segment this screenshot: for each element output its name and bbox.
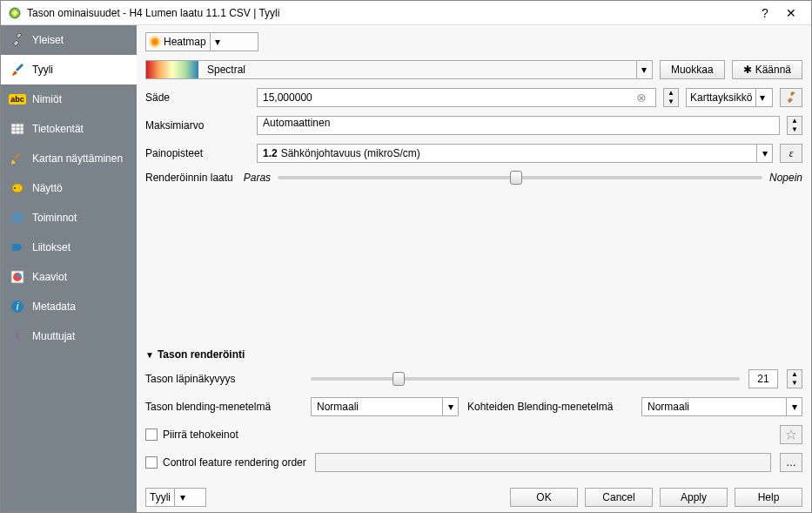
heatmap-icon: [150, 37, 160, 47]
svg-text:ε: ε: [15, 330, 20, 342]
invert-icon: ✱: [743, 64, 752, 76]
app-icon: [8, 6, 22, 20]
control-order-button[interactable]: …: [780, 453, 802, 472]
gear-icon: [10, 210, 25, 226]
display-icon: [10, 180, 25, 196]
sidebar-item-label: Kaaviot: [32, 271, 67, 283]
chevron-down-icon: ▾: [210, 33, 225, 51]
sidebar-item-fields[interactable]: Tietokentät: [1, 114, 137, 144]
weight-field-combo[interactable]: 1.2 Sähkönjohtavuus (mikroS/cm) ▾: [257, 144, 773, 163]
sidebar-item-label: Nimiöt: [32, 93, 62, 105]
triangle-down-icon: [145, 348, 154, 361]
sidebar-item-actions[interactable]: Toiminnot: [1, 203, 137, 233]
maximum-input[interactable]: Automaattinen: [257, 116, 780, 135]
sidebar-item-style[interactable]: Tyyli: [1, 55, 137, 84]
svg-rect-1: [11, 124, 23, 134]
quality-label: Renderöinnin laatu: [145, 172, 233, 184]
cancel-button[interactable]: Cancel: [585, 488, 653, 507]
sidebar-item-rendering[interactable]: Kartan näyttäminen: [1, 144, 137, 173]
effects-settings-button[interactable]: [780, 425, 802, 444]
edit-ramp-button[interactable]: Muokkaa: [660, 60, 725, 79]
main-panel: Heatmap ▾ Spectral ▾ Muokkaa ✱Käännä Säd…: [137, 25, 811, 512]
control-order-checkbox[interactable]: Control feature rendering order: [145, 456, 306, 469]
layer-blend-combo[interactable]: Normaali ▾: [311, 397, 459, 416]
sidebar-item-joins[interactable]: Liitokset: [1, 233, 137, 262]
abc-icon: abc: [10, 91, 25, 107]
help-button[interactable]: Help: [735, 488, 802, 507]
chevron-down-icon: ▾: [756, 145, 772, 162]
maximum-spinner[interactable]: ▲▼: [787, 116, 802, 135]
chevron-down-icon: ▾: [174, 489, 190, 506]
radius-spinner[interactable]: ▲▼: [663, 88, 679, 107]
help-button[interactable]: ?: [752, 6, 778, 20]
wrench-icon: [10, 32, 25, 48]
sidebar-item-label: Näyttö: [32, 182, 63, 194]
sidebar-item-label: Tietokentät: [32, 123, 84, 135]
chevron-down-icon: ▾: [636, 61, 652, 78]
sidebar-item-label: Muuttujat: [32, 330, 75, 342]
feature-blend-combo[interactable]: Normaali ▾: [641, 397, 802, 416]
control-order-expression: [315, 453, 771, 472]
sidebar-item-label: Toiminnot: [32, 212, 77, 224]
invert-ramp-button[interactable]: ✱Käännä: [732, 60, 802, 79]
weight-field-name: Sähkönjohtavuus (mikroS/cm): [281, 147, 420, 159]
titlebar: Tason ominaisuudet - H4 Lumen laatu 11.1…: [1, 1, 811, 25]
sidebar-item-label: Kartan näyttäminen: [32, 152, 123, 165]
svg-point-6: [12, 184, 23, 192]
weight-label: Painopisteet: [145, 147, 250, 159]
checkbox-icon: [145, 456, 158, 469]
expression-button[interactable]: ε: [780, 144, 802, 163]
svg-text:i: i: [17, 300, 19, 313]
slider-thumb[interactable]: [510, 171, 522, 185]
chevron-down-icon: ▾: [786, 398, 802, 415]
chevron-down-icon: ▾: [755, 89, 768, 106]
broom-icon: [10, 151, 25, 166]
opacity-spinner[interactable]: ▲▼: [787, 369, 802, 388]
sidebar-item-variables[interactable]: ε Muuttujat: [1, 321, 137, 351]
svg-point-7: [14, 187, 16, 189]
maximum-label: Maksimiarvo: [145, 119, 250, 132]
field-type-badge: 1.2: [263, 147, 278, 159]
chevron-down-icon: ▾: [442, 398, 458, 415]
color-ramp-name: Spectral: [207, 64, 245, 76]
color-ramp-preview: [146, 61, 198, 78]
info-icon: i: [10, 299, 25, 314]
svg-point-9: [16, 216, 19, 219]
layer-blend-label: Tason blending-menetelmä: [145, 401, 302, 413]
sidebar: Yleiset Tyyli abc Nimiöt Tietokentät Kar…: [1, 25, 137, 512]
close-button[interactable]: ✕: [778, 6, 804, 20]
opacity-value-input[interactable]: 21: [748, 369, 778, 388]
window-title: Tason ominaisuudet - H4 Lumen laatu 11.1…: [27, 7, 752, 19]
radius-input[interactable]: 15,000000 ⊗: [257, 88, 656, 107]
renderer-combo[interactable]: Heatmap ▾: [145, 32, 258, 51]
var-icon: ε: [10, 328, 25, 344]
radius-label: Säde: [145, 91, 250, 104]
style-menu-button[interactable]: Tyyli ▾: [145, 488, 206, 507]
sidebar-item-label: Metadata: [32, 300, 76, 313]
clear-icon[interactable]: ⊗: [633, 91, 650, 105]
ok-button[interactable]: OK: [510, 488, 578, 507]
sidebar-item-diagrams[interactable]: Kaaviot: [1, 262, 137, 292]
slider-thumb[interactable]: [393, 372, 405, 386]
apply-button[interactable]: Apply: [660, 488, 728, 507]
brush-icon: [10, 62, 25, 78]
renderer-name: Heatmap: [164, 36, 206, 48]
sidebar-item-metadata[interactable]: i Metadata: [1, 292, 137, 321]
sidebar-item-label: Liitokset: [32, 241, 70, 253]
quality-slider[interactable]: [278, 176, 762, 179]
table-icon: [10, 121, 25, 137]
sidebar-item-label: Yleiset: [32, 34, 64, 46]
sidebar-item-general[interactable]: Yleiset: [1, 25, 137, 55]
draw-effects-checkbox[interactable]: Piirrä tehokeinot: [145, 429, 238, 441]
opacity-slider[interactable]: [311, 377, 740, 381]
sidebar-item-display[interactable]: Näyttö: [1, 173, 137, 203]
quality-right-label: Nopein: [769, 172, 802, 184]
color-ramp-combo[interactable]: Spectral ▾: [145, 60, 653, 79]
quality-left-label: Paras: [244, 172, 271, 184]
unit-settings-button[interactable]: [780, 88, 802, 107]
layer-rendering-header[interactable]: Tason renderöinti: [145, 348, 802, 361]
opacity-label: Tason läpinäkyvyys: [145, 373, 302, 385]
radius-units-combo[interactable]: Karttayksikkö ▾: [686, 88, 773, 107]
sidebar-item-label: Tyyli: [32, 64, 53, 76]
sidebar-item-labels[interactable]: abc Nimiöt: [1, 84, 137, 114]
